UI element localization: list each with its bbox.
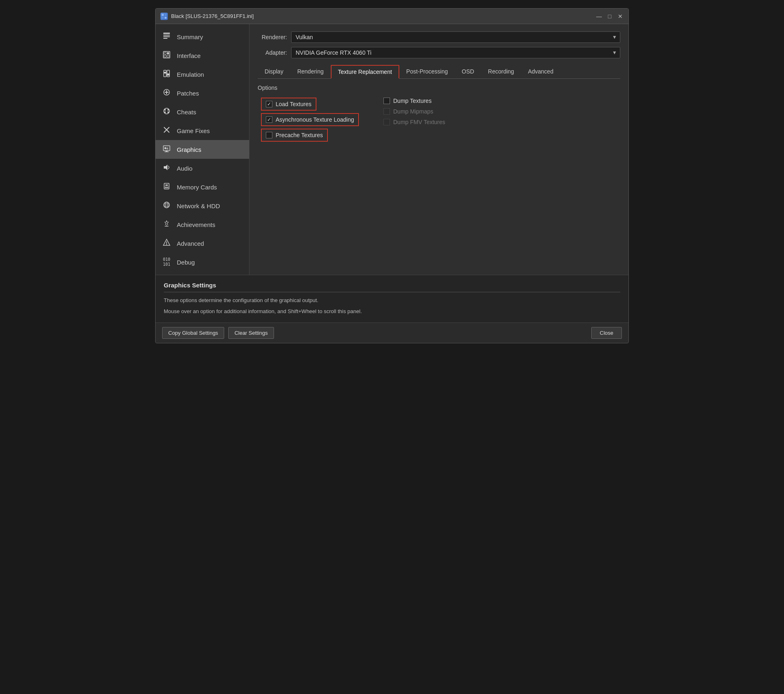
load-textures-option: Load Textures xyxy=(261,98,316,111)
sidebar-item-network[interactable]: Network & HDD xyxy=(156,196,249,215)
cheats-icon xyxy=(162,107,171,117)
copy-global-settings-button[interactable]: Copy Global Settings xyxy=(162,327,224,339)
sidebar-item-debug[interactable]: 010101 Debug xyxy=(156,253,249,271)
sidebar-item-cheats[interactable]: Cheats xyxy=(156,102,249,121)
clear-settings-button[interactable]: Clear Settings xyxy=(228,327,274,339)
svg-rect-7 xyxy=(163,38,167,39)
svg-point-19 xyxy=(164,109,166,111)
dump-textures-label: Dump Textures xyxy=(393,98,432,104)
renderer-row: Renderer: Vulkan ▼ xyxy=(258,31,620,43)
dump-textures-option: Dump Textures xyxy=(383,98,432,104)
titlebar: Black [SLUS-21376_5C891FF1.ini] — □ ✕ xyxy=(156,9,628,24)
dump-fmv-checkbox xyxy=(383,119,390,125)
right-options: Dump Textures Dump Mipmaps Dump FMV Text… xyxy=(383,98,445,142)
game-fixes-icon xyxy=(162,126,171,136)
dump-mipmaps-label: Dump Mipmaps xyxy=(393,108,433,115)
maximize-button[interactable]: □ xyxy=(606,13,613,20)
svg-point-21 xyxy=(164,111,166,113)
interface-icon xyxy=(162,51,171,60)
content-panel: Renderer: Vulkan ▼ Adapter: NVIDIA GeFor… xyxy=(249,24,628,275)
sidebar-label-patches: Patches xyxy=(177,90,199,97)
svg-rect-31 xyxy=(165,185,168,186)
sidebar-item-graphics[interactable]: Graphics xyxy=(156,140,249,159)
renderer-label: Renderer: xyxy=(258,34,287,40)
sidebar-label-cheats: Cheats xyxy=(177,109,196,116)
window-title: Black [SLUS-21376_5C891FF1.ini] xyxy=(171,13,254,19)
async-loading-checkbox[interactable] xyxy=(266,116,272,123)
renderer-dropdown-container: Vulkan ▼ xyxy=(291,31,620,43)
tab-texture-replacement[interactable]: Texture Replacement xyxy=(331,65,399,79)
info-text-1: These options determine the configuratio… xyxy=(164,296,620,305)
titlebar-controls: — □ ✕ xyxy=(596,13,624,20)
sidebar-item-audio[interactable]: Audio xyxy=(156,159,249,178)
sidebar-label-interface: Interface xyxy=(177,52,200,59)
sidebar-label-achievements: Achievements xyxy=(177,221,215,228)
svg-point-18 xyxy=(164,108,169,114)
sidebar-item-memory-cards[interactable]: Memory Cards xyxy=(156,178,249,196)
achievements-icon xyxy=(162,220,171,229)
svg-rect-25 xyxy=(163,146,170,151)
sidebar-item-interface[interactable]: Interface xyxy=(156,46,249,65)
svg-marker-29 xyxy=(164,165,167,170)
main-content: Summary Interface xyxy=(156,24,628,275)
options-two-col: Load Textures Asynchronous Texture Loadi… xyxy=(258,96,620,143)
tab-osd[interactable]: OSD xyxy=(455,65,481,79)
svg-point-22 xyxy=(167,111,169,113)
tab-recording[interactable]: Recording xyxy=(481,65,521,79)
dump-mipmaps-checkbox xyxy=(383,108,390,115)
sidebar-item-achievements[interactable]: Achievements xyxy=(156,215,249,234)
dump-textures-checkbox[interactable] xyxy=(383,98,390,104)
sidebar-item-summary[interactable]: Summary xyxy=(156,27,249,46)
precache-textures-option: Precache Textures xyxy=(261,129,328,142)
tab-advanced[interactable]: Advanced xyxy=(521,65,560,79)
svg-rect-11 xyxy=(167,52,169,54)
main-window: Black [SLUS-21376_5C891FF1.ini] — □ ✕ Su xyxy=(155,8,629,343)
svg-rect-5 xyxy=(163,35,170,36)
renderer-dropdown[interactable]: Vulkan xyxy=(291,31,620,43)
info-panel: Graphics Settings These options determin… xyxy=(156,275,628,323)
close-button[interactable]: Close xyxy=(591,327,622,339)
sidebar-item-game-fixes[interactable]: Game Fixes xyxy=(156,121,249,140)
tab-display[interactable]: Display xyxy=(258,65,290,79)
svg-rect-26 xyxy=(166,151,167,151)
svg-rect-14 xyxy=(164,72,166,73)
adapter-dropdown[interactable]: NVIDIA GeForce RTX 4060 Ti xyxy=(291,47,620,58)
graphics-icon xyxy=(162,145,171,154)
load-textures-label: Load Textures xyxy=(276,101,312,107)
sidebar-label-graphics: Graphics xyxy=(177,146,201,153)
sidebar-label-debug: Debug xyxy=(177,259,195,266)
tab-post-processing[interactable]: Post-Processing xyxy=(399,65,455,79)
svg-rect-12 xyxy=(167,55,169,57)
svg-rect-6 xyxy=(163,36,170,37)
left-options: Load Textures Asynchronous Texture Loadi… xyxy=(261,98,359,142)
sidebar-item-patches[interactable]: Patches xyxy=(156,84,249,102)
sidebar-item-advanced[interactable]: Advanced xyxy=(156,234,249,253)
svg-rect-27 xyxy=(165,151,169,152)
async-loading-label: Asynchronous Texture Loading xyxy=(276,116,354,123)
titlebar-left: Black [SLUS-21376_5C891FF1.ini] xyxy=(160,13,254,20)
svg-point-41 xyxy=(166,244,167,245)
close-window-button[interactable]: ✕ xyxy=(617,13,624,20)
adapter-row: Adapter: NVIDIA GeForce RTX 4060 Ti ▼ xyxy=(258,47,620,58)
options-section: Options Load Textures Asynchronous Textu… xyxy=(258,85,620,143)
sidebar-item-emulation[interactable]: Emulation xyxy=(156,65,249,84)
minimize-button[interactable]: — xyxy=(596,13,602,20)
sidebar-label-summary: Summary xyxy=(177,33,203,40)
tab-rendering[interactable]: Rendering xyxy=(290,65,331,79)
sidebar-label-emulation: Emulation xyxy=(177,71,204,78)
svg-rect-0 xyxy=(162,14,164,16)
network-icon xyxy=(162,201,171,211)
precache-textures-label: Precache Textures xyxy=(276,132,323,138)
adapter-dropdown-container: NVIDIA GeForce RTX 4060 Ti ▼ xyxy=(291,47,620,58)
dump-fmv-option: Dump FMV Textures xyxy=(383,119,445,125)
load-textures-checkbox[interactable] xyxy=(266,101,272,107)
dump-mipmaps-option: Dump Mipmaps xyxy=(383,108,433,115)
precache-textures-checkbox[interactable] xyxy=(266,132,272,138)
svg-point-28 xyxy=(165,147,167,149)
info-title: Graphics Settings xyxy=(164,282,620,292)
svg-rect-10 xyxy=(164,55,166,57)
sidebar-label-advanced: Advanced xyxy=(177,240,204,247)
sidebar-label-network: Network & HDD xyxy=(177,202,220,209)
svg-rect-3 xyxy=(165,17,167,19)
svg-rect-34 xyxy=(167,187,168,188)
